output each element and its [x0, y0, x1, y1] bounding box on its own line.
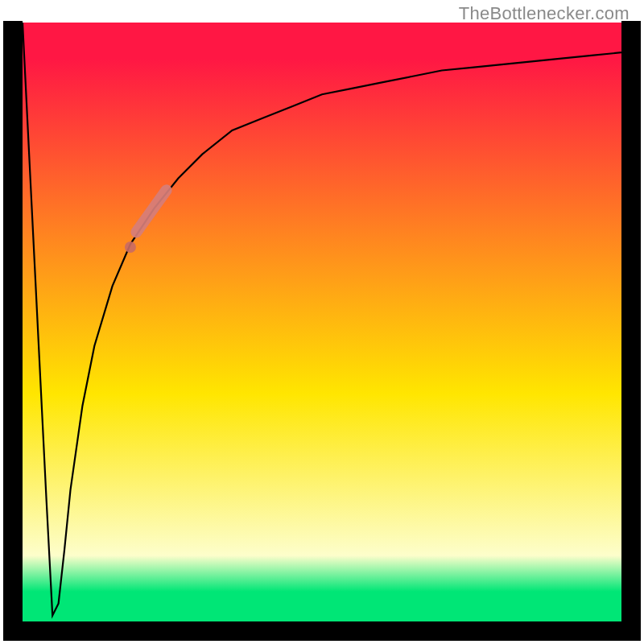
- watermark-text: TheBottlenecker.com: [459, 3, 630, 24]
- frame-left: [3, 21, 23, 641]
- frame-right: [621, 21, 641, 641]
- curve-highlight-dot: [125, 242, 136, 253]
- chart-canvas: [0, 0, 644, 644]
- frame-bottom: [3, 621, 641, 641]
- bottleneck-chart: TheBottlenecker.com: [0, 0, 644, 644]
- gradient-background: [23, 23, 621, 621]
